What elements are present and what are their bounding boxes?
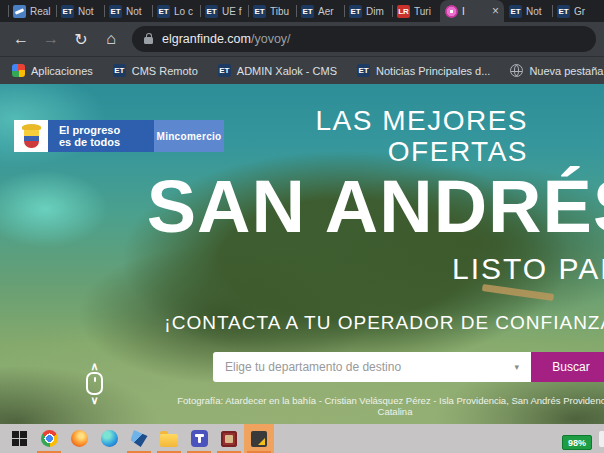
colombia-crest-icon xyxy=(14,120,48,152)
government-logo[interactable]: El progreso es de todos Mincomercio xyxy=(14,120,224,152)
app-glyph-icon xyxy=(251,431,267,447)
tab-favicon-icon: ET xyxy=(509,5,522,18)
tab-label: Lo c xyxy=(174,6,195,17)
hero-banner: El progreso es de todos Mincomercio LAS … xyxy=(0,84,604,424)
bookmark-label: CMS Remoto xyxy=(132,65,198,77)
bookmark-favicon-icon: ET xyxy=(357,64,370,77)
taskbar-app-icon[interactable] xyxy=(184,424,214,453)
browser-toolbar: ← → ↻ ⌂ elgranfinde.com/yovoy/ xyxy=(0,22,604,56)
url-text: elgranfinde.com/yovoy/ xyxy=(162,32,291,46)
tab-favicon-icon: ET xyxy=(205,5,218,18)
bookmark-favicon-icon: ET xyxy=(113,64,126,77)
tab-label: I xyxy=(462,6,488,17)
browser-tab[interactable]: I × xyxy=(440,0,504,22)
tab-favicon-icon xyxy=(445,5,458,18)
taskbar-app-icon[interactable] xyxy=(94,424,124,453)
headline-destination: SAN ANDRÉS xyxy=(147,170,604,244)
tab-label: UE f xyxy=(222,6,243,17)
tray-sliver[interactable] xyxy=(599,431,604,447)
browser-window: Real ET Not ET Not ET Lo c ET xyxy=(0,0,604,453)
chevron-up-icon: ∧ xyxy=(90,362,98,371)
tab-label: Not xyxy=(78,6,99,17)
crest-art xyxy=(24,129,39,148)
headline-small-line1: LAS MEJORES xyxy=(315,105,528,136)
tab-favicon-icon: ET xyxy=(253,5,266,18)
bookmark-label: Noticias Principales d... xyxy=(376,65,490,77)
address-bar[interactable]: elgranfinde.com/yovoy/ xyxy=(132,26,596,52)
app-glyph-icon xyxy=(12,431,27,446)
photo-credit-line2: Catalina xyxy=(0,406,604,417)
browser-tab[interactable]: ET UE f xyxy=(200,0,248,22)
browser-tab[interactable]: ET Dim xyxy=(344,0,392,22)
bookmarks-bar: Aplicaciones ET CMS Remoto ET ADMIN Xalo… xyxy=(0,56,604,84)
tab-label: Dim xyxy=(366,6,387,17)
tab-favicon-icon: ET xyxy=(301,5,314,18)
tab-label: Not xyxy=(526,6,547,17)
tab-close-icon[interactable]: × xyxy=(492,5,499,17)
tab-favicon-icon: ET xyxy=(557,5,570,18)
app-glyph-icon xyxy=(221,431,237,447)
app-glyph-icon xyxy=(131,430,148,447)
app-glyph-icon xyxy=(191,430,208,447)
bookmark-favicon-icon: ET xyxy=(218,64,231,77)
taskbar-app-icon[interactable] xyxy=(34,424,64,453)
search-button[interactable]: Buscar xyxy=(531,352,604,382)
tab-label: Turi xyxy=(414,6,435,17)
windows-taskbar xyxy=(0,424,604,453)
subheadline: LISTO PARA xyxy=(452,252,604,286)
lock-icon xyxy=(144,37,153,44)
tab-favicon-icon: ET xyxy=(157,5,170,18)
mincomercio-badge[interactable]: Mincomercio xyxy=(154,120,224,152)
browser-tab[interactable]: ET Aer xyxy=(296,0,344,22)
taskbar-app-icon[interactable] xyxy=(214,424,244,453)
gov-slogan: El progreso es de todos xyxy=(48,120,154,152)
browser-tab[interactable]: LR Turi xyxy=(392,0,440,22)
photo-credit: Fotografía: Atardecer en la bahía - Cris… xyxy=(0,395,604,417)
browser-tab[interactable]: ET Not xyxy=(504,0,552,22)
tab-label: Tibu xyxy=(270,6,291,17)
bookmark-label: Nueva pestaña xyxy=(529,65,603,77)
browser-tab[interactable]: ET Not xyxy=(104,0,152,22)
tab-favicon-icon xyxy=(13,5,26,18)
chevron-down-icon: ▾ xyxy=(514,362,519,372)
browser-tab[interactable]: ET Not xyxy=(56,0,104,22)
browser-tab[interactable]: Real xyxy=(8,0,56,22)
taskbar-app-icon[interactable] xyxy=(154,424,184,453)
gov-slogan-line2: es de todos xyxy=(59,136,154,149)
bookmark-item[interactable]: ET ADMIN Xalok - CMS xyxy=(218,64,337,77)
reload-icon[interactable]: ↻ xyxy=(68,30,94,49)
hero-content: El progreso es de todos Mincomercio LAS … xyxy=(0,84,604,424)
gov-slogan-line1: El progreso xyxy=(59,124,154,137)
photo-credit-line1: Fotografía: Atardecer en la bahía - Cris… xyxy=(0,395,604,406)
battery-badge: 98% xyxy=(562,435,592,450)
url-host: elgranfinde.com xyxy=(162,32,251,46)
tab-label: Aer xyxy=(318,6,339,17)
taskbar-app-icon[interactable] xyxy=(124,424,154,453)
tab-favicon-icon: ET xyxy=(349,5,362,18)
app-glyph-icon xyxy=(160,434,178,447)
bookmark-item[interactable]: Aplicaciones xyxy=(12,64,93,77)
taskbar-app-icon[interactable] xyxy=(4,424,34,453)
home-icon[interactable]: ⌂ xyxy=(98,30,124,48)
tab-favicon-icon: ET xyxy=(61,5,74,18)
mouse-scroll-icon xyxy=(86,372,103,395)
tab-label: Gr xyxy=(574,6,595,17)
taskbar-app-icon[interactable] xyxy=(244,424,274,453)
browser-tab[interactable]: ET Lo c xyxy=(152,0,200,22)
bookmark-item[interactable]: ET Noticias Principales d... xyxy=(357,64,490,77)
headline-small-line2: OFERTAS xyxy=(315,136,528,167)
bookmark-item[interactable]: Nueva pestaña xyxy=(510,64,603,77)
destination-select[interactable]: Elige tu departamento de destino ▾ xyxy=(213,352,531,382)
url-path: /yovoy/ xyxy=(251,32,291,46)
bookmark-favicon-icon xyxy=(510,64,523,77)
tab-strip: Real ET Not ET Not ET Lo c ET xyxy=(0,0,604,22)
browser-tab[interactable]: ET Gr xyxy=(552,0,600,22)
browser-tab[interactable]: ET Tibu xyxy=(248,0,296,22)
app-glyph-icon xyxy=(41,430,58,447)
tab-label: Not xyxy=(126,6,147,17)
forward-icon[interactable]: → xyxy=(38,30,64,48)
back-icon[interactable]: ← xyxy=(8,30,34,48)
tab-label: Real xyxy=(30,6,51,17)
bookmark-item[interactable]: ET CMS Remoto xyxy=(113,64,198,77)
taskbar-app-icon[interactable] xyxy=(64,424,94,453)
